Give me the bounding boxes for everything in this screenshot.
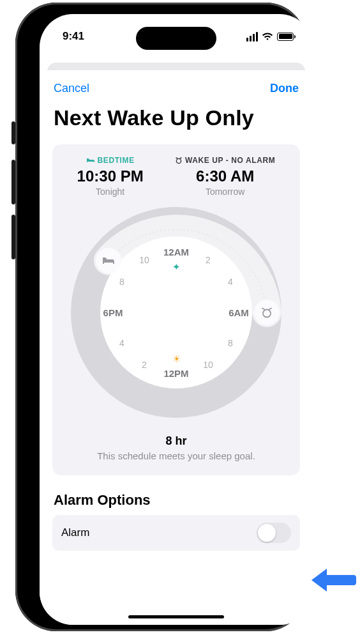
sleep-dial[interactable]: 12AM 2 4 6AM 8 10 12PM 2 4 6PM 8 10 ✦ ☀ [71,207,281,418]
bed-icon [86,157,95,164]
alarm-icon [175,157,183,164]
dial-10pm: 10 [139,255,149,265]
alarm-row: Alarm [52,515,300,551]
bedtime-label: BEDTIME [77,156,144,165]
battery-icon [277,33,294,41]
dial-6am: 6AM [229,307,249,318]
dial-2am: 2 [206,255,211,265]
sun-icon: ☀ [172,353,181,365]
alarm-icon [260,306,273,319]
screen: 9:41 Cancel Done Next Wake Up Only [40,14,313,625]
phone-frame: 9:41 Cancel Done Next Wake Up Only [15,3,306,631]
sheet: Cancel Done Next Wake Up Only BEDTIME 10… [40,70,313,625]
wakeup-col: WAKE UP - NO ALARM 6:30 AM Tomorrow [175,156,275,197]
wakeup-time: 6:30 AM [175,167,275,185]
wakeup-day: Tomorrow [175,187,275,197]
bedtime-day: Tonight [77,187,144,197]
dial-10am: 10 [203,360,213,370]
wakeup-label: WAKE UP - NO ALARM [175,156,275,165]
dial-6pm: 6PM [103,307,123,318]
alarm-options-title: Alarm Options [52,492,300,509]
svg-point-0 [176,158,181,163]
bedtime-knob[interactable] [96,248,121,273]
sleep-duration: 8 hr [61,434,291,448]
wakeup-label-text: WAKE UP - NO ALARM [185,156,275,165]
cellular-icon [246,32,258,42]
home-indicator[interactable] [128,615,224,618]
wifi-icon [262,32,273,41]
times-row: BEDTIME 10:30 PM Tonight WAKE UP - NO AL… [61,156,291,197]
schedule-card: BEDTIME 10:30 PM Tonight WAKE UP - NO AL… [52,144,300,475]
toggle-thumb [258,524,276,542]
bedtime-time: 10:30 PM [77,167,144,185]
cancel-button[interactable]: Cancel [54,82,89,95]
stars-icon: ✦ [172,261,181,273]
schedule-summary: 8 hr This schedule meets your sleep goal… [61,434,291,461]
dial-4pm: 4 [119,338,124,348]
dynamic-island [136,27,216,50]
callout-arrow [311,569,356,592]
wakeup-knob[interactable] [254,300,280,325]
bedtime-col: BEDTIME 10:30 PM Tonight [77,156,144,197]
bed-icon [101,256,116,266]
dial-12pm: 12PM [163,368,188,379]
page-title: Next Wake Up Only [52,102,300,144]
dial-2pm: 2 [142,360,147,370]
svg-point-1 [263,310,271,318]
alarm-label: Alarm [61,526,89,539]
nav-row: Cancel Done [52,70,300,102]
status-time: 9:41 [63,30,84,43]
dial-4am: 4 [228,277,233,287]
alarm-toggle[interactable] [257,523,291,543]
dial-12am: 12AM [163,247,189,257]
dial-8pm: 8 [119,277,124,287]
status-right [246,32,294,42]
sleep-goal-message: This schedule meets your sleep goal. [61,450,291,461]
dial-8am: 8 [228,338,233,348]
done-button[interactable]: Done [270,82,299,95]
bedtime-label-text: BEDTIME [98,156,135,165]
